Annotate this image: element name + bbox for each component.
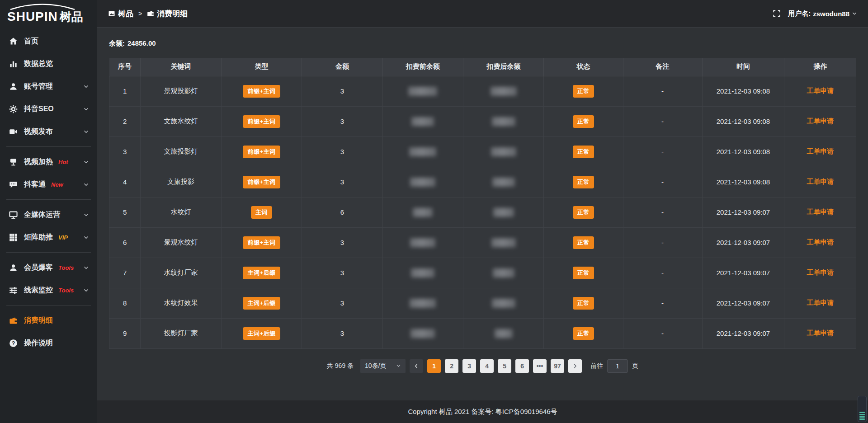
user-menu[interactable]: 用户名: zswodun88 xyxy=(788,9,857,18)
table-row: 4文旅投影前缀+主词3正常-2021-12-03 09:08工单申请 xyxy=(109,167,856,197)
cell-index: 1 xyxy=(109,76,141,106)
cell-time: 2021-12-03 09:07 xyxy=(702,258,784,288)
cell-remark: - xyxy=(623,318,702,348)
ticket-request-link[interactable]: 工单申请 xyxy=(807,329,834,337)
cell-amount: 3 xyxy=(302,288,382,318)
status-badge: 正常 xyxy=(573,115,594,128)
ticket-request-link[interactable]: 工单申请 xyxy=(807,178,834,185)
sidebar-item-douyin-seo[interactable]: 抖音SEO xyxy=(0,98,97,120)
sidebar-item-operation-guide[interactable]: ?操作说明 xyxy=(0,332,97,354)
more-pages-button[interactable]: ••• xyxy=(533,359,547,373)
cell-keyword: 文旅水纹灯 xyxy=(141,106,221,136)
page-button-1[interactable]: 1 xyxy=(427,359,441,373)
blurred-value xyxy=(491,87,517,96)
page-button-3[interactable]: 3 xyxy=(462,359,476,373)
sidebar-item-badge: Tools xyxy=(58,264,74,271)
blurred-value xyxy=(493,208,514,217)
table-row: 2文旅水纹灯前缀+主词3正常-2021-12-03 09:08工单申请 xyxy=(109,106,856,136)
sidebar-item-clue-monitor[interactable]: 线索监控Tools xyxy=(0,279,97,301)
ticket-request-link[interactable]: 工单申请 xyxy=(807,208,834,216)
sidebar-item-video-heat[interactable]: 视频加热Hot xyxy=(0,150,97,173)
page-button-4[interactable]: 4 xyxy=(480,359,494,373)
topbar: 树品 > 消费明细 用户名: zswodun88 xyxy=(97,0,868,28)
cell-balance-after xyxy=(463,197,544,227)
column-header: 操作 xyxy=(784,58,856,76)
sidebar-item-consume-detail[interactable]: 消费明细 xyxy=(0,309,97,332)
cell-action: 工单申请 xyxy=(784,288,856,318)
question-icon: ? xyxy=(9,339,18,348)
ticket-request-link[interactable]: 工单申请 xyxy=(807,299,834,306)
balance-value: 24856.00 xyxy=(127,39,156,47)
sidebar-item-douketong[interactable]: 抖客通New xyxy=(0,173,97,196)
sidebar-item-all-media[interactable]: 全媒体运营 xyxy=(0,203,97,226)
cell-type: 前缀+主词 xyxy=(221,136,302,167)
blurred-value xyxy=(408,87,437,96)
cell-keyword: 文旅投影灯 xyxy=(141,136,221,167)
ticket-request-link[interactable]: 工单申请 xyxy=(807,238,834,246)
ticket-request-link[interactable]: 工单申请 xyxy=(807,268,834,276)
footer: Copyright 树品 2021 备案号: 粤ICP备09019646号 xyxy=(97,400,868,423)
sidebar-item-member-leads[interactable]: 会员爆客Tools xyxy=(0,256,97,279)
cell-index: 9 xyxy=(109,318,141,348)
ticket-request-link[interactable]: 工单申请 xyxy=(807,117,834,125)
cell-index: 5 xyxy=(109,197,141,227)
column-header: 时间 xyxy=(702,58,784,76)
cell-index: 2 xyxy=(109,106,141,136)
type-badge: 主词+后缀 xyxy=(243,327,280,340)
page-button-97[interactable]: 97 xyxy=(551,359,564,373)
sidebar-item-matrix-boost[interactable]: 矩阵助推VIP xyxy=(0,226,97,249)
column-header: 备注 xyxy=(623,58,702,76)
arrow-right-icon xyxy=(572,363,578,369)
grid-icon xyxy=(9,233,18,242)
logo-text: SHUPIN 树品 xyxy=(7,9,97,25)
page-size-select[interactable]: 10条/页 xyxy=(360,359,406,373)
type-badge: 前缀+主词 xyxy=(243,176,280,188)
sidebar-item-home[interactable]: 首页 xyxy=(0,30,97,52)
floating-widget[interactable] xyxy=(858,396,867,422)
wallet-icon xyxy=(9,316,18,325)
pagination-total: 共 969 条 xyxy=(327,362,354,370)
cell-balance-after xyxy=(463,288,544,318)
blurred-value xyxy=(491,238,516,247)
ticket-request-link[interactable]: 工单申请 xyxy=(807,87,834,94)
logo-text-cn: 树品 xyxy=(60,9,83,25)
cell-balance-before xyxy=(382,106,463,136)
topbar-right: 用户名: zswodun88 xyxy=(773,9,857,18)
cell-keyword: 水纹灯厂家 xyxy=(141,258,221,288)
cell-type: 主词+后缀 xyxy=(221,258,302,288)
sidebar-item-data-overview[interactable]: 数据总览 xyxy=(0,52,97,75)
app-icon xyxy=(108,10,115,17)
sidebar-divider xyxy=(6,146,91,147)
cell-index: 7 xyxy=(109,258,141,288)
goto-label: 前往 xyxy=(590,362,603,370)
cell-index: 6 xyxy=(109,227,141,258)
bar-chart-icon xyxy=(9,60,18,68)
chevron-down-icon xyxy=(83,159,89,165)
breadcrumb-item-current[interactable]: 消费明细 xyxy=(147,9,188,19)
blurred-value xyxy=(492,299,515,308)
fullscreen-icon[interactable] xyxy=(773,9,781,18)
breadcrumb-item-root[interactable]: 树品 xyxy=(108,9,133,19)
page-button-6[interactable]: 6 xyxy=(515,359,529,373)
username-value: zswodun88 xyxy=(813,10,849,18)
blurred-value xyxy=(495,329,513,338)
arrow-left-icon xyxy=(414,363,419,369)
cell-status: 正常 xyxy=(544,288,623,318)
cell-time: 2021-12-03 09:08 xyxy=(702,167,784,197)
sidebar-item-account-manage[interactable]: 账号管理 xyxy=(0,75,97,98)
breadcrumb-label: 树品 xyxy=(118,9,133,19)
page-button-5[interactable]: 5 xyxy=(498,359,511,373)
ticket-request-link[interactable]: 工单申请 xyxy=(807,147,834,155)
sidebar-item-label: 全媒体运营 xyxy=(24,210,60,220)
prev-page-button[interactable] xyxy=(410,359,423,373)
cell-amount: 3 xyxy=(302,258,382,288)
page-button-2[interactable]: 2 xyxy=(445,359,458,373)
app-window: SHUPIN 树品 首页数据总览账号管理抖音SEO视频发布视频加热Hot抖客通N… xyxy=(0,0,868,423)
sidebar-item-video-publish[interactable]: 视频发布 xyxy=(0,120,97,143)
cell-remark: - xyxy=(623,167,702,197)
table-row: 9投影灯厂家主词+后缀3正常-2021-12-03 09:07工单申请 xyxy=(109,318,856,348)
next-page-button[interactable] xyxy=(568,359,582,373)
goto-page-input[interactable] xyxy=(607,359,628,373)
brand-logo: SHUPIN 树品 xyxy=(0,0,97,28)
cell-balance-before xyxy=(382,258,463,288)
